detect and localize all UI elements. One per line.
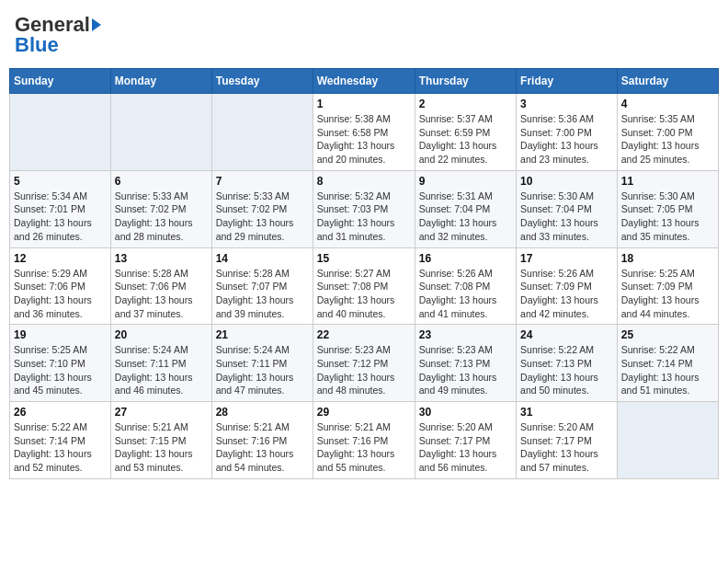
calendar-week-row: 26Sunrise: 5:22 AM Sunset: 7:14 PM Dayli…: [10, 402, 719, 479]
day-number: 19: [14, 328, 107, 341]
day-info: Sunrise: 5:24 AM Sunset: 7:11 PM Dayligh…: [216, 343, 309, 397]
calendar-week-row: 5Sunrise: 5:34 AM Sunset: 7:01 PM Daylig…: [10, 170, 719, 247]
calendar-day-cell: 3Sunrise: 5:36 AM Sunset: 7:00 PM Daylig…: [517, 94, 618, 171]
day-info: Sunrise: 5:25 AM Sunset: 7:09 PM Dayligh…: [621, 267, 714, 321]
day-info: Sunrise: 5:27 AM Sunset: 7:08 PM Dayligh…: [317, 267, 411, 321]
calendar-week-row: 19Sunrise: 5:25 AM Sunset: 7:10 PM Dayli…: [10, 325, 719, 402]
calendar-day-cell: 7Sunrise: 5:33 AM Sunset: 7:02 PM Daylig…: [211, 170, 313, 247]
day-info: Sunrise: 5:36 AM Sunset: 7:00 PM Dayligh…: [520, 112, 613, 167]
day-info: Sunrise: 5:38 AM Sunset: 6:58 PM Dayligh…: [317, 112, 411, 167]
calendar-day-cell: 12Sunrise: 5:29 AM Sunset: 7:06 PM Dayli…: [10, 247, 111, 325]
day-number: 6: [115, 175, 208, 188]
day-info: Sunrise: 5:20 AM Sunset: 7:17 PM Dayligh…: [520, 420, 613, 475]
day-info: Sunrise: 5:22 AM Sunset: 7:14 PM Dayligh…: [621, 343, 714, 397]
day-number: 13: [115, 252, 208, 265]
day-info: Sunrise: 5:28 AM Sunset: 7:07 PM Dayligh…: [216, 267, 309, 321]
calendar-day-cell: [110, 94, 211, 171]
calendar-day-cell: 25Sunrise: 5:22 AM Sunset: 7:14 PM Dayli…: [617, 325, 718, 402]
calendar-day-cell: 28Sunrise: 5:21 AM Sunset: 7:16 PM Dayli…: [211, 402, 313, 479]
day-number: 1: [317, 98, 411, 110]
day-number: 27: [115, 406, 208, 419]
weekday-header: Wednesday: [313, 69, 415, 94]
calendar-day-cell: 9Sunrise: 5:31 AM Sunset: 7:04 PM Daylig…: [415, 170, 516, 247]
day-info: Sunrise: 5:32 AM Sunset: 7:03 PM Dayligh…: [317, 190, 411, 244]
day-number: 22: [317, 328, 411, 341]
day-info: Sunrise: 5:21 AM Sunset: 7:15 PM Dayligh…: [115, 420, 208, 475]
weekday-header: Monday: [110, 69, 211, 94]
weekday-header: Saturday: [617, 69, 718, 94]
day-number: 4: [621, 98, 714, 110]
day-info: Sunrise: 5:33 AM Sunset: 7:02 PM Dayligh…: [115, 190, 208, 244]
weekday-header: Friday: [517, 69, 618, 94]
day-number: 11: [621, 175, 714, 188]
calendar-day-cell: 27Sunrise: 5:21 AM Sunset: 7:15 PM Dayli…: [110, 402, 211, 479]
calendar-day-cell: [211, 94, 313, 171]
calendar-day-cell: 8Sunrise: 5:32 AM Sunset: 7:03 PM Daylig…: [313, 170, 415, 247]
day-number: 5: [14, 175, 107, 188]
day-number: 20: [115, 328, 208, 341]
calendar-day-cell: 24Sunrise: 5:22 AM Sunset: 7:13 PM Dayli…: [517, 325, 618, 402]
day-number: 14: [216, 252, 309, 265]
calendar-day-cell: 5Sunrise: 5:34 AM Sunset: 7:01 PM Daylig…: [10, 170, 111, 247]
calendar-day-cell: 26Sunrise: 5:22 AM Sunset: 7:14 PM Dayli…: [10, 402, 111, 479]
calendar-day-cell: 23Sunrise: 5:23 AM Sunset: 7:13 PM Dayli…: [415, 325, 516, 402]
calendar-day-cell: 2Sunrise: 5:37 AM Sunset: 6:59 PM Daylig…: [415, 94, 516, 171]
day-info: Sunrise: 5:33 AM Sunset: 7:02 PM Dayligh…: [216, 190, 309, 244]
day-number: 17: [520, 252, 613, 265]
day-number: 30: [419, 406, 512, 419]
calendar-week-row: 12Sunrise: 5:29 AM Sunset: 7:06 PM Dayli…: [10, 247, 719, 325]
day-info: Sunrise: 5:37 AM Sunset: 6:59 PM Dayligh…: [419, 112, 512, 167]
day-info: Sunrise: 5:35 AM Sunset: 7:00 PM Dayligh…: [621, 112, 714, 167]
day-number: 2: [419, 98, 512, 110]
page-header: General Blue: [9, 9, 719, 61]
day-number: 21: [216, 328, 309, 341]
calendar-week-row: 1Sunrise: 5:38 AM Sunset: 6:58 PM Daylig…: [10, 94, 719, 171]
day-number: 18: [621, 252, 714, 265]
calendar-day-cell: 16Sunrise: 5:26 AM Sunset: 7:08 PM Dayli…: [415, 247, 516, 325]
calendar-day-cell: 29Sunrise: 5:21 AM Sunset: 7:16 PM Dayli…: [313, 402, 415, 479]
calendar-day-cell: [617, 402, 718, 479]
weekday-header: Thursday: [415, 69, 516, 94]
day-info: Sunrise: 5:30 AM Sunset: 7:04 PM Dayligh…: [520, 190, 613, 244]
calendar-day-cell: 4Sunrise: 5:35 AM Sunset: 7:00 PM Daylig…: [617, 94, 718, 171]
day-number: 3: [520, 98, 613, 110]
day-info: Sunrise: 5:21 AM Sunset: 7:16 PM Dayligh…: [317, 420, 411, 475]
calendar-day-cell: [10, 94, 111, 171]
day-number: 29: [317, 406, 411, 419]
day-info: Sunrise: 5:23 AM Sunset: 7:13 PM Dayligh…: [419, 343, 512, 397]
logo: General Blue: [15, 13, 101, 57]
calendar-day-cell: 21Sunrise: 5:24 AM Sunset: 7:11 PM Dayli…: [211, 325, 313, 402]
calendar-day-cell: 17Sunrise: 5:26 AM Sunset: 7:09 PM Dayli…: [517, 247, 618, 325]
calendar-day-cell: 10Sunrise: 5:30 AM Sunset: 7:04 PM Dayli…: [517, 170, 618, 247]
day-number: 9: [419, 175, 512, 188]
calendar-day-cell: 15Sunrise: 5:27 AM Sunset: 7:08 PM Dayli…: [313, 247, 415, 325]
logo-blue-text: Blue: [15, 33, 59, 57]
calendar-day-cell: 22Sunrise: 5:23 AM Sunset: 7:12 PM Dayli…: [313, 325, 415, 402]
day-number: 26: [14, 406, 107, 419]
calendar-day-cell: 30Sunrise: 5:20 AM Sunset: 7:17 PM Dayli…: [415, 402, 516, 479]
day-info: Sunrise: 5:26 AM Sunset: 7:09 PM Dayligh…: [520, 267, 613, 321]
weekday-header: Sunday: [10, 69, 111, 94]
calendar-header-row: SundayMondayTuesdayWednesdayThursdayFrid…: [10, 69, 719, 94]
calendar-day-cell: 1Sunrise: 5:38 AM Sunset: 6:58 PM Daylig…: [313, 94, 415, 171]
day-number: 10: [520, 175, 613, 188]
calendar-day-cell: 20Sunrise: 5:24 AM Sunset: 7:11 PM Dayli…: [110, 325, 211, 402]
weekday-header: Tuesday: [211, 69, 313, 94]
day-info: Sunrise: 5:30 AM Sunset: 7:05 PM Dayligh…: [621, 190, 714, 244]
calendar-table: SundayMondayTuesdayWednesdayThursdayFrid…: [9, 68, 719, 479]
day-info: Sunrise: 5:34 AM Sunset: 7:01 PM Dayligh…: [14, 190, 107, 244]
day-info: Sunrise: 5:28 AM Sunset: 7:06 PM Dayligh…: [115, 267, 208, 321]
day-info: Sunrise: 5:20 AM Sunset: 7:17 PM Dayligh…: [419, 420, 512, 475]
day-info: Sunrise: 5:25 AM Sunset: 7:10 PM Dayligh…: [14, 343, 107, 397]
calendar-day-cell: 6Sunrise: 5:33 AM Sunset: 7:02 PM Daylig…: [110, 170, 211, 247]
day-number: 7: [216, 175, 309, 188]
day-info: Sunrise: 5:22 AM Sunset: 7:13 PM Dayligh…: [520, 343, 613, 397]
logo-arrow-icon: [92, 18, 101, 31]
day-info: Sunrise: 5:31 AM Sunset: 7:04 PM Dayligh…: [419, 190, 512, 244]
day-info: Sunrise: 5:23 AM Sunset: 7:12 PM Dayligh…: [317, 343, 411, 397]
day-number: 31: [520, 406, 613, 419]
calendar-day-cell: 31Sunrise: 5:20 AM Sunset: 7:17 PM Dayli…: [517, 402, 618, 479]
day-number: 8: [317, 175, 411, 188]
calendar-day-cell: 19Sunrise: 5:25 AM Sunset: 7:10 PM Dayli…: [10, 325, 111, 402]
calendar-day-cell: 14Sunrise: 5:28 AM Sunset: 7:07 PM Dayli…: [211, 247, 313, 325]
